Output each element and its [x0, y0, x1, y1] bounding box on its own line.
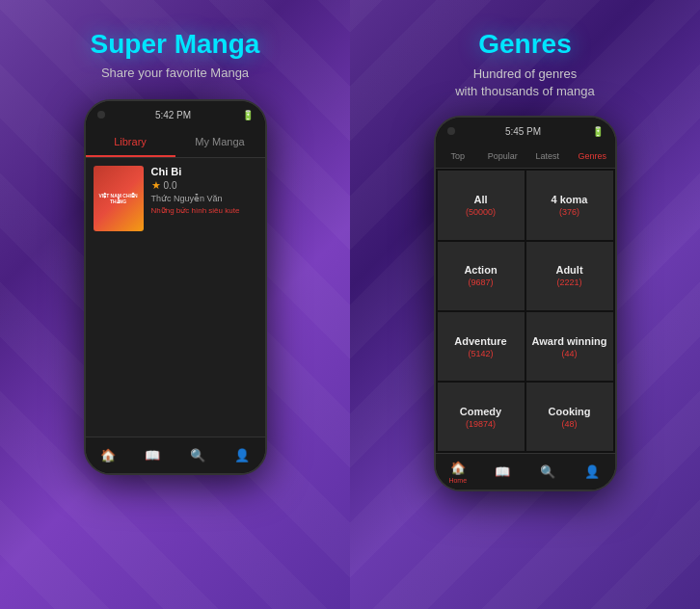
nav-library[interactable]: 📖	[130, 437, 175, 473]
manga-thumbnail: VIỆT NAM CHIẾN THẮNG	[94, 166, 144, 231]
bottom-nav-library-right[interactable]: 📖	[480, 454, 525, 490]
library-icon-right: 📖	[495, 464, 510, 479]
phone-time-left: 5:42 PM	[155, 110, 191, 120]
phone-right: 5:45 PM 🔋 Top Popular Latest Genres All …	[434, 116, 617, 491]
genre-comedy-count: (19874)	[466, 419, 496, 429]
phone-content: VIỆT NAM CHIẾN THẮNG Chi Bi ★ 0.0 Thức N…	[86, 158, 265, 437]
manga-item: VIỆT NAM CHIẾN THẮNG Chi Bi ★ 0.0 Thức N…	[94, 166, 257, 231]
genre-cooking-count: (48)	[561, 419, 577, 429]
manga-title: Chi Bi	[151, 166, 257, 177]
library-icon: 📖	[145, 448, 160, 463]
phone-camera	[97, 111, 105, 119]
manga-description: Những bức hình siêu kute	[151, 206, 257, 215]
bottom-nav-home[interactable]: 🏠 Home	[436, 454, 481, 490]
battery-icon: 🔋	[242, 110, 254, 120]
bottom-nav-profile-right[interactable]: 👤	[570, 454, 615, 490]
nav-home[interactable]: 🏠	[86, 437, 131, 473]
tab-latest[interactable]: Latest	[525, 145, 571, 168]
bottom-nav-search-right[interactable]: 🔍	[525, 454, 571, 490]
phone-left: 5:42 PM 🔋 Library My Manga VIỆT NAM CHIẾ…	[84, 99, 267, 475]
bottom-nav-right: 🏠 Home 📖 🔍 👤	[436, 453, 615, 490]
phone-top-bar: 5:42 PM 🔋	[86, 101, 265, 128]
genre-award-winning[interactable]: Award winning (44)	[526, 312, 613, 381]
genre-action-name: Action	[464, 264, 497, 276]
genres-grid: All (50000) 4 koma (376) Action (9687) A…	[436, 169, 615, 453]
genre-adult[interactable]: Adult (2221)	[526, 242, 613, 310]
phone-time-right: 5:45 PM	[505, 126, 541, 137]
genre-adventure-name: Adventure	[454, 335, 506, 347]
right-panel: Genres Hundred of genreswith thousands o…	[350, 0, 700, 609]
genre-4koma-count: (376)	[559, 207, 579, 217]
manga-rating: 0.0	[164, 180, 177, 191]
manga-author: Thức Nguyễn Văn	[151, 194, 257, 203]
phone-top-bar-right: 5:45 PM 🔋	[436, 118, 615, 145]
nav-search[interactable]: 🔍	[175, 437, 221, 473]
genre-adventure[interactable]: Adventure (5142)	[438, 312, 525, 381]
home-icon-right: 🏠	[450, 461, 466, 475]
left-bottom-nav: 🏠 📖 🔍 👤	[86, 437, 265, 473]
left-panel: Super Manga Share your favorite Manga 5:…	[0, 0, 350, 609]
genre-action[interactable]: Action (9687)	[438, 242, 525, 310]
genre-award-count: (44)	[561, 349, 577, 358]
genre-adult-name: Adult	[555, 264, 582, 276]
genre-all-name: All	[473, 194, 487, 205]
tab-library[interactable]: Library	[86, 128, 175, 157]
left-title: Super Manga	[91, 29, 260, 60]
genre-adventure-count: (5142)	[468, 349, 493, 358]
manga-thumb-text: VIỆT NAM CHIẾN THẮNG	[94, 191, 144, 206]
genre-action-count: (9687)	[468, 278, 493, 287]
genre-4koma-name: 4 koma	[552, 194, 588, 205]
tab-popular[interactable]: Popular	[480, 145, 525, 168]
search-icon: 🔍	[190, 448, 205, 463]
tab-genres[interactable]: Genres	[570, 145, 615, 168]
genre-4koma[interactable]: 4 koma (376)	[526, 171, 613, 239]
nav-profile[interactable]: 👤	[220, 437, 265, 473]
search-icon-right: 🔍	[540, 464, 555, 479]
nav-tabs-right: Top Popular Latest Genres	[436, 145, 615, 169]
genre-cooking-name: Cooking	[549, 406, 591, 417]
genre-comedy-name: Comedy	[460, 406, 501, 417]
profile-icon-right: 👤	[584, 464, 600, 479]
star-icon: ★	[151, 179, 161, 191]
battery-icon-right: 🔋	[592, 126, 604, 137]
genre-comedy[interactable]: Comedy (19874)	[438, 383, 525, 451]
right-subtitle: Hundred of genreswith thousands of manga	[455, 66, 595, 100]
tab-top[interactable]: Top	[436, 145, 481, 168]
phone-camera-right	[447, 127, 455, 135]
left-subtitle: Share your favorite Manga	[101, 66, 249, 80]
home-label: Home	[448, 477, 467, 484]
genre-all[interactable]: All (50000)	[438, 171, 525, 239]
home-icon: 🏠	[100, 448, 116, 463]
manga-info: Chi Bi ★ 0.0 Thức Nguyễn Văn Những bức h…	[151, 166, 257, 215]
right-title: Genres	[478, 29, 572, 60]
manga-stars: ★ 0.0	[151, 179, 257, 192]
genre-award-name: Award winning	[531, 335, 606, 347]
genre-adult-count: (2221)	[556, 278, 581, 287]
tab-my-manga[interactable]: My Manga	[175, 128, 265, 157]
genre-cooking[interactable]: Cooking (48)	[526, 383, 613, 451]
genre-all-count: (50000)	[466, 207, 496, 217]
profile-icon: 👤	[234, 448, 250, 463]
phone-tabs: Library My Manga	[86, 128, 265, 158]
